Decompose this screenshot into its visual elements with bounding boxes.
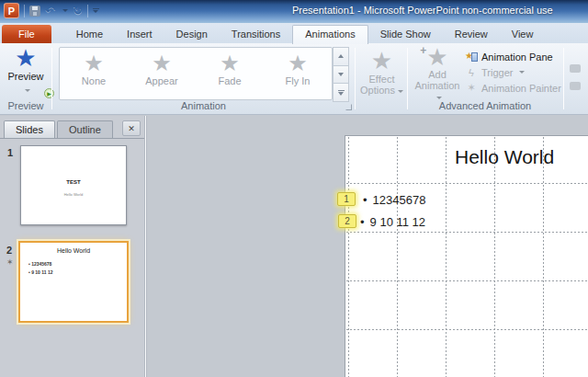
animation-pane-button[interactable]: Animation Pane xyxy=(465,49,561,64)
customize-qat-icon[interactable] xyxy=(93,8,99,13)
add-animation-icon: + ★ xyxy=(426,46,447,69)
slide-bullet-2[interactable]: •9 10 11 12 xyxy=(360,215,425,229)
effect-options-button[interactable]: ★ Effect Options xyxy=(356,43,407,114)
animation-gallery: ★ None ★ Appear ★ Fade ★ Fly In xyxy=(59,47,333,100)
slide-1-number: 1 xyxy=(7,147,13,158)
tab-view[interactable]: View xyxy=(500,25,546,43)
animation-none[interactable]: ★ None xyxy=(60,48,128,99)
tab-transitions[interactable]: Transitions xyxy=(220,25,292,43)
tab-outline[interactable]: Outline xyxy=(57,120,113,138)
effect-options-dropdown-icon xyxy=(398,90,403,93)
window-title: Presentation1 - Microsoft PowerPoint non… xyxy=(292,5,553,16)
slide-canvas[interactable]: Hello World 1 2 •12345678 •9 10 11 12 xyxy=(345,135,588,377)
slide-bullet-1[interactable]: •12345678 xyxy=(363,193,425,207)
qat-separator xyxy=(24,5,25,17)
star-icon: ★ xyxy=(220,51,240,74)
star-icon: ★ xyxy=(152,51,172,74)
animation-painter-label: Animation Painter xyxy=(481,83,561,94)
slide-1-thumb-body: Hello World xyxy=(21,192,126,197)
gallery-scroll-up-button[interactable] xyxy=(333,47,349,66)
slide-2-animation-star-icon[interactable]: ✶ xyxy=(6,257,14,267)
slide-2-thumbnail[interactable]: Hello World • 12345678 • 9 10 11 12 xyxy=(18,241,129,323)
more-icon xyxy=(338,90,345,96)
animation-fly-in-label: Fly In xyxy=(286,75,311,86)
slide-2-thumb-bullet-2: • 9 10 11 12 xyxy=(28,269,53,275)
animation-pane-label: Animation Pane xyxy=(481,51,553,63)
advanced-animation-rows: Animation Pane ϟ Trigger ✶ Animation Pai… xyxy=(465,49,561,96)
slide-title-text[interactable]: Hello World xyxy=(455,146,554,168)
plus-icon: + xyxy=(420,44,426,57)
panel-splitter[interactable] xyxy=(144,116,147,377)
slide-1-thumb-title: TEST xyxy=(21,179,126,185)
qat-separator xyxy=(87,5,88,17)
animation-painter-icon: ✶ xyxy=(465,82,478,94)
animation-group-label: Animation xyxy=(52,100,355,111)
animation-order-tag-1[interactable]: 1 xyxy=(337,192,356,206)
trigger-button[interactable]: ϟ Trigger xyxy=(465,64,561,80)
animation-appear-label: Appear xyxy=(145,75,177,86)
trigger-lightning-icon: ϟ xyxy=(465,67,478,78)
animation-none-label: None xyxy=(82,75,106,86)
preview-group-label: Preview xyxy=(0,100,51,111)
add-animation-button[interactable]: + ★ Add Animation xyxy=(413,46,461,102)
powerpoint-app-icon[interactable]: P xyxy=(4,3,19,18)
undo-dropdown-icon[interactable] xyxy=(62,9,68,12)
undo-icon[interactable]: ↶ xyxy=(45,5,55,17)
slide-2-thumb-bullet-1: • 12345678 xyxy=(28,261,51,267)
animation-fade[interactable]: ★ Fade xyxy=(196,48,264,99)
preview-button-label: Preview xyxy=(3,71,49,82)
animation-dialog-launcher-icon[interactable] xyxy=(345,104,352,110)
group-divider xyxy=(355,48,356,109)
animation-fly-in[interactable]: ★ Fly In xyxy=(264,48,332,99)
tab-insert[interactable]: Insert xyxy=(115,25,164,43)
more-icon-bar xyxy=(338,90,345,91)
animation-painter-button[interactable]: ✶ Animation Painter xyxy=(465,80,561,96)
tab-file[interactable]: File xyxy=(2,25,51,43)
slide-bullet-2-text: 9 10 11 12 xyxy=(370,215,425,229)
gallery-scrollbar xyxy=(333,47,349,102)
preview-button[interactable]: ★ ▶ Preview xyxy=(3,46,49,97)
tab-design[interactable]: Design xyxy=(164,25,220,43)
star-icon: ★ xyxy=(84,51,104,74)
slides-panel: Slides Outline ✕ 1 TEST Hello World 2 ✶ … xyxy=(0,116,144,377)
tab-home[interactable]: Home xyxy=(64,25,115,43)
group-preview: ★ ▶ Preview Preview xyxy=(0,43,51,114)
trigger-dropdown-icon xyxy=(519,71,525,74)
animation-fade-label: Fade xyxy=(218,75,241,86)
tab-animations[interactable]: Animations xyxy=(292,25,368,44)
save-icon[interactable] xyxy=(29,6,40,17)
panel-tab-strip: Slides Outline ✕ xyxy=(0,120,144,139)
trigger-label: Trigger xyxy=(481,67,513,78)
preview-star-icon: ★ xyxy=(15,46,36,70)
effect-options-label-line2: Options xyxy=(360,85,395,96)
group-animation: ★ None ★ Appear ★ Fade ★ Fly In xyxy=(52,43,355,114)
title-bar: P ↶ ↻ Presentation1 - Microsoft PowerPoi… xyxy=(0,0,588,23)
star-icon: ★ xyxy=(426,43,447,71)
animation-pane-icon xyxy=(465,51,478,63)
animation-appear[interactable]: ★ Appear xyxy=(128,48,196,99)
cutoff-icon xyxy=(570,64,581,73)
tab-slides-thumbnails[interactable]: Slides xyxy=(4,120,55,138)
group-divider xyxy=(563,48,564,109)
tab-review[interactable]: Review xyxy=(443,25,500,43)
add-animation-label-line2: Animation xyxy=(415,80,460,91)
tab-slide-show[interactable]: Slide Show xyxy=(368,25,443,43)
quick-access-toolbar: P ↶ ↻ xyxy=(4,3,99,18)
powerpoint-window: P ↶ ↻ Presentation1 - Microsoft PowerPoi… xyxy=(0,0,588,377)
customize-qat-arrow xyxy=(93,10,98,13)
cutoff-icon xyxy=(570,82,581,90)
slide-editor-area: Hello World 1 2 •12345678 •9 10 11 12 xyxy=(148,116,588,377)
slide-1-thumbnail[interactable]: TEST Hello World xyxy=(20,145,127,225)
slide-2-thumb-title: Hello World xyxy=(20,247,127,254)
redo-icon[interactable]: ↻ xyxy=(73,5,83,17)
bullet-icon: • xyxy=(363,193,368,207)
animation-order-tag-2[interactable]: 2 xyxy=(338,214,356,228)
close-panel-button[interactable]: ✕ xyxy=(122,120,141,136)
up-arrow-icon xyxy=(338,54,344,58)
preview-dropdown-icon xyxy=(25,89,30,92)
gallery-scroll-down-button[interactable] xyxy=(333,66,349,85)
content-area: Slides Outline ✕ 1 TEST Hello World 2 ✶ … xyxy=(0,116,588,377)
advanced-animation-group-label: Advanced Animation xyxy=(408,100,562,111)
slide-bullet-1-text: 12345678 xyxy=(373,193,426,207)
ribbon-tab-row: File Home Insert Design Transitions Anim… xyxy=(0,23,588,43)
